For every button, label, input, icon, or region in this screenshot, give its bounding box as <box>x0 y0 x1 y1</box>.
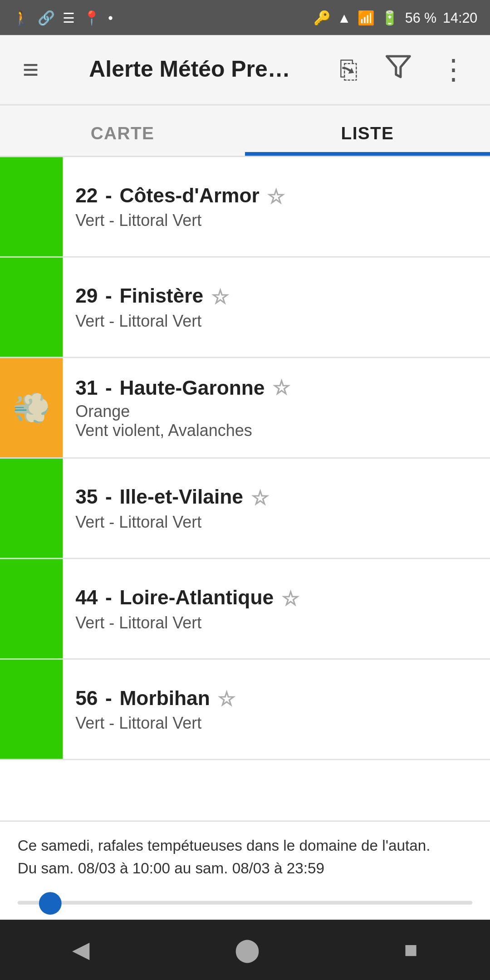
bottom-info-line2: Du sam. 08/03 à 10:00 au sam. 08/03 à 23… <box>18 857 472 880</box>
item-status: Vert - Littoral Vert <box>75 512 477 531</box>
toolbar: ≡ Alerte Météo Pre… ⎘ ⋮ <box>0 35 490 106</box>
signal-icon: 📶 <box>358 10 375 26</box>
item-status: Vert - Littoral Vert <box>75 612 477 632</box>
home-button[interactable]: ⬤ <box>197 923 298 976</box>
filter-button[interactable] <box>377 44 420 95</box>
favorite-star-icon[interactable]: ☆ <box>211 284 229 309</box>
tab-liste[interactable]: LISTE <box>245 106 490 156</box>
department-list: 22 - Côtes-d'Armor ☆ Vert - Littoral Ver… <box>0 157 490 820</box>
item-title: 22 - Côtes-d'Armor ☆ <box>75 184 477 208</box>
status-color-bar <box>0 258 63 357</box>
battery-percent: 56 % <box>405 10 436 25</box>
walk-icon: 🚶 <box>13 10 30 26</box>
list-item[interactable]: 56 - Morbihan ☆ Vert - Littoral Vert <box>0 660 490 760</box>
favorite-star-icon[interactable]: ☆ <box>267 184 284 208</box>
status-bar: 🚶 🔗 ☰ 📍 • 🔑 ▲ 📶 🔋 56 % 14:20 <box>0 0 490 35</box>
tabs-container: CARTE LISTE <box>0 106 490 157</box>
dot-icon: • <box>108 10 113 25</box>
main-content: ≡ Alerte Météo Pre… ⎘ ⋮ CARTE LISTE 22 - <box>0 35 490 980</box>
back-button[interactable]: ◀ <box>34 923 127 976</box>
more-button[interactable]: ⋮ <box>432 46 475 93</box>
favorite-star-icon[interactable]: ☆ <box>281 586 299 610</box>
item-content: 31 - Haute-Garonne ☆ Orange Vent violent… <box>63 358 490 457</box>
wind-alert-icon: 💨 <box>13 390 50 426</box>
bottom-info-line1: Ce samedi, rafales tempétueuses dans le … <box>18 834 472 857</box>
key-icon: 🔑 <box>314 10 331 26</box>
status-right-icons: 🔑 ▲ 📶 🔋 56 % 14:20 <box>314 10 477 26</box>
item-content: 56 - Morbihan ☆ Vert - Littoral Vert <box>63 660 490 759</box>
timeline-slider-container <box>18 879 472 912</box>
recents-button[interactable]: ■ <box>366 924 455 976</box>
item-content: 35 - Ille-et-Vilaine ☆ Vert - Littoral V… <box>63 459 490 558</box>
item-status: Orange <box>75 402 477 421</box>
item-title: 29 - Finistère ☆ <box>75 284 477 309</box>
status-color-bar <box>0 157 63 256</box>
menu-button[interactable]: ≡ <box>15 46 46 93</box>
link-icon: 🔗 <box>38 10 55 26</box>
item-content: 44 - Loire-Atlantique ☆ Vert - Littoral … <box>63 559 490 658</box>
clock: 14:20 <box>443 10 477 25</box>
timeline-slider[interactable] <box>18 901 472 905</box>
share-button[interactable]: ⎘ <box>333 46 364 93</box>
item-alert: Vent violent, Avalanches <box>75 421 477 440</box>
item-title: 44 - Loire-Atlantique ☆ <box>75 586 477 610</box>
battery-icon: 🔋 <box>381 10 399 26</box>
tab-carte[interactable]: CARTE <box>0 106 245 156</box>
item-content: 22 - Côtes-d'Armor ☆ Vert - Littoral Ver… <box>63 157 490 256</box>
item-content: 29 - Finistère ☆ Vert - Littoral Vert <box>63 258 490 357</box>
list-item[interactable]: 💨 31 - Haute-Garonne ☆ Orange Vent viole… <box>0 358 490 459</box>
burger-icon: ☰ <box>63 10 75 26</box>
svg-marker-0 <box>387 56 410 77</box>
list-item[interactable]: 35 - Ille-et-Vilaine ☆ Vert - Littoral V… <box>0 459 490 559</box>
list-item[interactable]: 44 - Loire-Atlantique ☆ Vert - Littoral … <box>0 559 490 660</box>
status-left-icons: 🚶 🔗 ☰ 📍 • <box>13 10 113 26</box>
favorite-star-icon[interactable]: ☆ <box>251 485 269 510</box>
nav-bar: ◀ ⬤ ■ <box>0 920 490 980</box>
status-color-bar <box>0 459 63 558</box>
status-color-bar <box>0 660 63 759</box>
list-item[interactable]: 29 - Finistère ☆ Vert - Littoral Vert <box>0 258 490 358</box>
app-title: Alerte Météo Pre… <box>59 57 320 83</box>
item-title: 56 - Morbihan ☆ <box>75 686 477 710</box>
bottom-info-panel: Ce samedi, rafales tempétueuses dans le … <box>0 820 490 920</box>
item-title: 35 - Ille-et-Vilaine ☆ <box>75 485 477 510</box>
favorite-star-icon[interactable]: ☆ <box>272 376 290 400</box>
favorite-star-icon[interactable]: ☆ <box>217 686 235 710</box>
wifi-icon: ▲ <box>338 10 351 25</box>
list-item[interactable]: 22 - Côtes-d'Armor ☆ Vert - Littoral Ver… <box>0 157 490 258</box>
status-color-bar: 💨 <box>0 358 63 457</box>
item-title: 31 - Haute-Garonne ☆ <box>75 376 477 400</box>
status-color-bar <box>0 559 63 658</box>
item-status: Vert - Littoral Vert <box>75 311 477 330</box>
location-icon: 📍 <box>83 10 101 26</box>
item-status: Vert - Littoral Vert <box>75 713 477 732</box>
item-status: Vert - Littoral Vert <box>75 211 477 230</box>
